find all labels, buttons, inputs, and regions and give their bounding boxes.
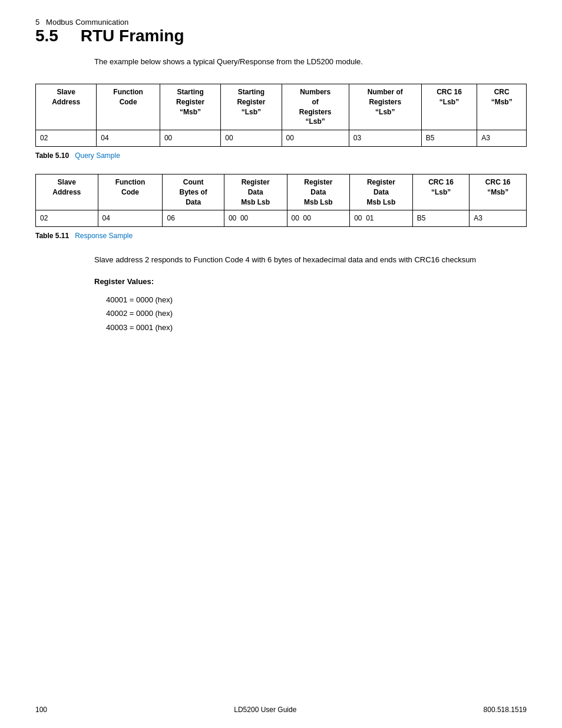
description-text: Slave address 2 responds to Function Cod… <box>94 254 527 266</box>
query-table: SlaveAddress FunctionCode StartingRegist… <box>35 84 527 147</box>
response-header-reg-data-2: RegisterDataMsb Lsb <box>287 174 350 210</box>
response-header-count-bytes: CountBytes ofData <box>163 174 224 210</box>
register-value-1: 40001 = 0000 (hex) <box>106 293 527 307</box>
response-data-row: 02 04 06 00 00 00 00 00 01 B5 A3 <box>36 210 527 227</box>
query-header-slave-address: SlaveAddress <box>36 84 97 130</box>
query-header-function-code: FunctionCode <box>97 84 160 130</box>
response-header-function-code: FunctionCode <box>98 174 163 210</box>
response-header-slave-address: SlaveAddress <box>36 174 98 210</box>
response-cell-function: 04 <box>98 210 163 227</box>
response-header-crc16-msb: CRC 16“Msb” <box>470 174 527 210</box>
response-cell-slave: 02 <box>36 210 98 227</box>
response-cell-reg3: 00 01 <box>350 210 413 227</box>
response-table-label: Response Sample <box>75 232 133 240</box>
intro-text: The example below shows a typical Query/… <box>94 57 527 66</box>
query-header-crc-msb: CRC“Msb” <box>477 84 527 130</box>
query-cell-numbers: 00 <box>282 130 349 147</box>
section-heading: RTU Framing <box>81 27 184 45</box>
query-header-crc16-lsb: CRC 16“Lsb” <box>421 84 477 130</box>
query-cell-crc-lsb: B5 <box>421 130 477 147</box>
query-table-caption: Table 5.10 Query Sample <box>35 151 527 160</box>
query-data-row: 02 04 00 00 00 03 B5 A3 <box>36 130 527 147</box>
response-cell-reg2: 00 00 <box>287 210 350 227</box>
response-cell-reg1: 00 00 <box>224 210 287 227</box>
register-values-list: 40001 = 0000 (hex) 40002 = 0000 (hex) 40… <box>106 293 527 334</box>
response-table-caption: Table 5.11 Response Sample <box>35 232 527 240</box>
section-title: 5.5 RTU Framing <box>35 27 527 45</box>
response-header-crc16-lsb: CRC 16“Lsb” <box>412 174 470 210</box>
query-cell-crc-msb: A3 <box>477 130 527 147</box>
section-number: 5.5 <box>35 27 58 45</box>
response-cell-crc-lsb: B5 <box>412 210 470 227</box>
response-header-reg-data-3: RegisterDataMsb Lsb <box>350 174 413 210</box>
query-cell-start-msb: 00 <box>160 130 220 147</box>
query-table-wrapper: SlaveAddress FunctionCode StartingRegist… <box>35 84 527 147</box>
footer-center: LD5200 User Guide <box>234 706 296 714</box>
response-cell-count: 06 <box>163 210 224 227</box>
breadcrumb-number: 5 <box>35 18 39 27</box>
footer-right: 800.518.1519 <box>484 706 527 714</box>
query-table-num: Table 5.10 <box>35 151 69 160</box>
query-cell-start-lsb: 00 <box>221 130 282 147</box>
register-value-2: 40002 = 0000 (hex) <box>106 307 527 320</box>
breadcrumb: 5 Modbus Communication <box>35 18 527 27</box>
query-cell-function: 04 <box>97 130 160 147</box>
response-table-wrapper: SlaveAddress FunctionCode CountBytes ofD… <box>35 174 527 227</box>
register-values-title: Register Values: <box>94 276 527 288</box>
response-header-reg-data-1: RegisterDataMsb Lsb <box>224 174 287 210</box>
footer: 100 LD5200 User Guide 800.518.1519 <box>0 706 562 714</box>
response-table-num: Table 5.11 <box>35 232 69 240</box>
query-cell-number: 03 <box>349 130 421 147</box>
query-header-numbers-regs-lsb: NumbersofRegisters“Lsb” <box>282 84 349 130</box>
breadcrumb-text: Modbus Communication <box>46 18 128 27</box>
query-cell-slave: 02 <box>36 130 97 147</box>
query-header-starting-reg-msb: StartingRegister“Msb” <box>160 84 220 130</box>
footer-page-number: 100 <box>35 706 47 714</box>
description-block: Slave address 2 responds to Function Cod… <box>94 254 527 334</box>
response-cell-crc-msb: A3 <box>470 210 527 227</box>
query-table-label: Query Sample <box>75 151 120 160</box>
response-table: SlaveAddress FunctionCode CountBytes ofD… <box>35 174 527 227</box>
register-value-3: 40003 = 0001 (hex) <box>106 321 527 334</box>
query-header-starting-reg-lsb: StartingRegister“Lsb” <box>221 84 282 130</box>
query-header-number-regs-lsb: Number ofRegisters“Lsb” <box>349 84 421 130</box>
